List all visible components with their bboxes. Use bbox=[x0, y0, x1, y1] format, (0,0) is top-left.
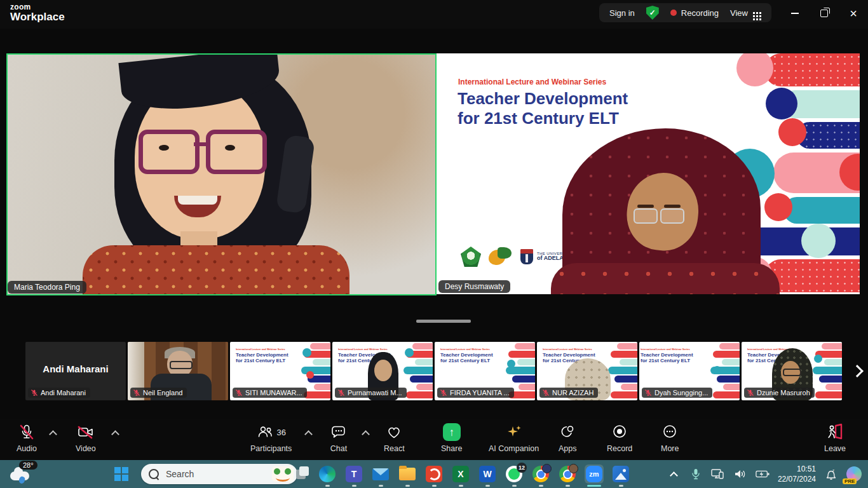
audio-options-caret[interactable] bbox=[50, 430, 56, 435]
pdf-app-button[interactable] bbox=[424, 464, 444, 484]
filmstrip-tile-purnamawati[interactable]: International Lecture and Webinar Series… bbox=[332, 342, 433, 400]
taskbar-clock[interactable]: 10:51 22/07/2024 bbox=[778, 464, 816, 484]
filmstrip-next-button[interactable] bbox=[849, 361, 865, 381]
folder-icon bbox=[399, 468, 416, 480]
participants-options-caret[interactable] bbox=[306, 430, 311, 435]
record-label: Record bbox=[607, 444, 632, 453]
search-input[interactable] bbox=[165, 468, 250, 480]
chat-button[interactable]: Chat bbox=[330, 423, 348, 453]
tray-date: 22/07/2024 bbox=[778, 474, 816, 484]
filmstrip-tile-firda[interactable]: International Lecture and Webinar Series… bbox=[435, 342, 535, 400]
teams-icon: T bbox=[346, 466, 362, 482]
edge-icon bbox=[319, 466, 336, 482]
chat-options-caret[interactable] bbox=[363, 430, 369, 435]
maximize-restore-button[interactable] bbox=[810, 0, 839, 27]
edge-browser-button[interactable] bbox=[318, 464, 337, 484]
filmstrip-tile-siti[interactable]: International Lecture and Webinar Series… bbox=[230, 342, 330, 400]
speaker-glasses-right bbox=[206, 130, 267, 174]
share-screen-icon: ↑ bbox=[443, 423, 461, 441]
video-options-caret[interactable] bbox=[112, 430, 118, 435]
taskbar-search[interactable] bbox=[141, 464, 297, 484]
copilot-button[interactable]: PRE bbox=[846, 466, 862, 482]
participants-button[interactable]: 36 Participants bbox=[250, 423, 292, 453]
minimize-button[interactable] bbox=[780, 0, 810, 27]
search-daily-image bbox=[272, 466, 294, 482]
zoom-app-button[interactable]: zm bbox=[585, 464, 604, 484]
show-hidden-icons-button[interactable] bbox=[667, 466, 681, 482]
leave-button[interactable]: Leave bbox=[824, 423, 846, 453]
view-button[interactable]: View bbox=[730, 8, 761, 18]
filmstrip-tile-andi[interactable]: Andi Maharani Andi Maharani bbox=[25, 342, 126, 400]
mail-button[interactable] bbox=[371, 464, 390, 484]
word-button[interactable]: W bbox=[478, 464, 497, 484]
slide-title: Teacher Development for 21st Century ELT bbox=[458, 89, 628, 128]
chrome-profile2-button[interactable] bbox=[558, 464, 577, 484]
bird-mascot-logo bbox=[489, 247, 513, 266]
speaker-glasses-left bbox=[139, 130, 200, 174]
teams-button[interactable]: T bbox=[344, 464, 363, 484]
minimize-icon bbox=[791, 13, 799, 14]
record-button[interactable]: Record bbox=[607, 423, 632, 453]
video-button[interactable]: Video bbox=[76, 423, 96, 453]
react-button[interactable]: React bbox=[384, 423, 405, 453]
muted-mic-icon bbox=[235, 389, 243, 396]
more-label: More bbox=[661, 444, 679, 453]
slide-title-line1: Teacher Development bbox=[458, 89, 628, 109]
apps-button[interactable]: Apps bbox=[559, 423, 577, 453]
security-shield-icon[interactable]: ✓ bbox=[646, 6, 659, 20]
rain-drop-icon bbox=[18, 476, 26, 484]
participant-tag: FIRDA YUANITA ... bbox=[437, 388, 514, 398]
video-tile-maria[interactable] bbox=[6, 53, 437, 295]
whatsapp-button[interactable]: 12 bbox=[505, 464, 524, 484]
chrome-profile1-button[interactable] bbox=[531, 464, 550, 484]
windows-taskbar: 28° T X W bbox=[0, 460, 868, 488]
excel-icon: X bbox=[452, 466, 469, 482]
leave-door-icon bbox=[825, 423, 844, 441]
filmstrip-tile-dyah[interactable]: International Lecture and Webinar Series… bbox=[639, 342, 740, 400]
record-icon bbox=[611, 423, 628, 441]
filmstrip-tile-dzunie[interactable]: International Lecture and Webinar Series… bbox=[742, 342, 842, 400]
audio-button[interactable]: Audio bbox=[17, 423, 37, 453]
ai-companion-button[interactable]: AI Companion bbox=[489, 423, 539, 453]
adelaide-crest-icon bbox=[520, 249, 533, 264]
video-tile-desy[interactable]: International Lecture and Webinar Series… bbox=[437, 53, 860, 294]
tray-battery-button[interactable] bbox=[756, 466, 770, 482]
university-green-logo bbox=[461, 247, 481, 267]
filmstrip-drag-handle[interactable] bbox=[416, 320, 471, 323]
tray-time: 10:51 bbox=[778, 464, 816, 474]
sign-in-button[interactable]: Sign in bbox=[609, 8, 635, 18]
speaker-glasses-right bbox=[660, 208, 684, 224]
file-explorer-button[interactable] bbox=[398, 464, 417, 484]
slide-series-label: International Lecture and Webinar Series bbox=[458, 78, 606, 86]
tray-volume-button[interactable] bbox=[733, 466, 747, 482]
more-button[interactable]: More bbox=[661, 423, 679, 453]
react-label: React bbox=[384, 444, 405, 453]
participants-count: 36 bbox=[276, 428, 285, 437]
zoom-title-bar: zoom Workplace Sign in ✓ Recording View … bbox=[0, 0, 868, 29]
excel-button[interactable]: X bbox=[451, 464, 470, 484]
speaker-eyebrow bbox=[637, 205, 654, 208]
ai-sparkle-icon bbox=[505, 423, 524, 441]
search-icon bbox=[149, 469, 159, 479]
participant-tag: Purnamawati M... bbox=[335, 388, 407, 398]
muted-mic-icon bbox=[337, 389, 345, 396]
close-button[interactable]: × bbox=[839, 0, 868, 27]
participant-name: Desy Rusmawaty bbox=[445, 282, 504, 291]
grid-view-icon bbox=[753, 12, 755, 14]
tray-display-button[interactable] bbox=[711, 466, 725, 482]
chrome-profile-badge bbox=[542, 464, 552, 473]
filmstrip-tile-nur[interactable]: International Lecture and Webinar Series… bbox=[537, 342, 637, 400]
task-view-button[interactable] bbox=[291, 464, 310, 484]
restore-icon bbox=[820, 10, 828, 17]
filmstrip-tile-neil[interactable]: Neil England bbox=[128, 342, 228, 400]
zoom-app-icon: zm bbox=[586, 466, 602, 482]
weather-widget[interactable]: 28° bbox=[9, 461, 39, 487]
meeting-toolbar: Audio Video 36 Participants Chat bbox=[0, 419, 868, 460]
tray-mic-button[interactable] bbox=[689, 466, 703, 482]
start-button[interactable] bbox=[114, 467, 128, 481]
share-button[interactable]: ↑ Share bbox=[441, 423, 462, 453]
notification-bell-button[interactable]: z bbox=[824, 466, 838, 482]
photos-button[interactable] bbox=[611, 464, 630, 484]
speaker-eye bbox=[159, 145, 169, 151]
chrome-profile-badge bbox=[569, 464, 578, 473]
